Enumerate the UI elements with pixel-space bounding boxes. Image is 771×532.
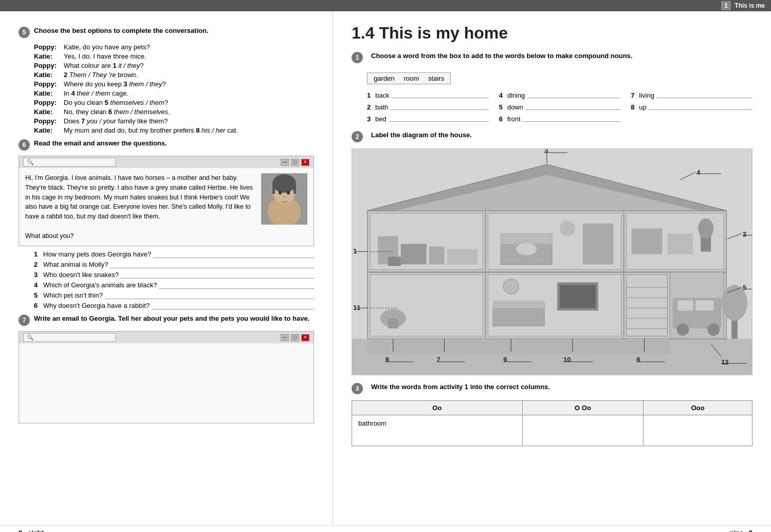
activity-3-instruction: Write the words from activity 1 into the… [371,383,550,391]
activity-1-instruction: Choose a word from the box to add to the… [371,52,632,60]
right-page-number: 9 [749,529,752,532]
q-num-1: 1 [34,250,43,258]
svg-text:8: 8 [386,356,389,363]
svg-text:1: 1 [353,247,357,255]
email-toolbar: 🔍 — □ ✕ [19,156,314,168]
conv-row-3: Poppy: What colour are 1 it / they? [34,62,314,69]
q-num-4: 4 [34,281,43,289]
word-stairs: stairs [428,75,444,82]
q-item-1: 1 How many pets does Georgia have? [34,250,314,258]
write-email-close[interactable]: ✕ [301,334,309,341]
write-email-maximize[interactable]: □ [291,334,299,341]
cell-ooo [644,415,752,446]
svg-rect-21 [429,247,445,265]
cell-oo: bathroom [352,415,523,446]
activity-5-instruction: Choose the best options to complete the … [34,27,209,34]
ci-word-1: back [375,91,389,99]
q-num-3: 3 [34,271,43,279]
email-photo-svg [261,173,307,225]
right-page: 1.4 This is my home 1 Choose a word from… [333,11,771,525]
left-page: 5 Choose the best options to complete th… [0,11,333,525]
email-search: 🔍 [23,158,116,167]
svg-rect-20 [401,244,427,265]
svg-point-7 [279,191,282,195]
right-page-footer: nine 9 [352,529,752,532]
email-body: Hi, I'm Georgia. I love animals. I have … [19,168,314,246]
conv-row-8: Katie: No, they clean 6 them / themselve… [34,108,314,116]
conv-speaker-9: Poppy: [34,117,64,125]
q-line-6 [152,307,314,309]
compound-grid: 1 back 4 dining 7 living 2 bath 5 do [367,91,752,125]
email-controls: — □ ✕ [281,159,309,166]
svg-rect-26 [501,234,552,244]
compound-7: 7 living [631,91,752,99]
q-num-5: 5 [34,291,43,299]
conv-speaker-10: Katie: [34,126,64,134]
conv-row-5: Poppy: Where do you keep 3 them / they? [34,80,314,88]
svg-text:3: 3 [544,149,548,154]
left-page-word: eight [28,529,44,532]
q-line-1 [153,255,314,258]
conv-row-2: Katie: Yes, I do. I have three mice. [34,52,314,60]
compound-6: 6 front [499,115,621,123]
top-banner: 1 This is me [0,0,771,11]
write-email-controls: — □ ✕ [281,334,309,341]
ci-word-3: bed [375,115,387,123]
q-item-3: 3 Who doesn't like snakes? [34,271,314,279]
write-email-search: 🔍 [23,333,116,342]
write-email-minimize[interactable]: — [281,334,289,341]
q-line-3 [121,276,314,279]
ci-num-8: 8 [631,103,639,111]
conv-row-7: Poppy: Do you clean 5 themselves / them? [34,99,314,106]
left-page-number: 8 [19,529,22,532]
conv-row-10: Katie: My mum and dad do, but my brother… [34,126,314,134]
email-text: Hi, I'm Georgia. I love animals. I have … [25,173,256,241]
conv-text-9: Does 7 you / your family like them? [64,117,168,125]
email-content: Hi, I'm Georgia. I love animals. I have … [25,174,253,220]
activity-7-number: 7 [19,315,30,326]
compound-8: 8 up [631,103,752,111]
ci-num-1: 1 [367,91,375,99]
conv-text-1: Katie, do you have any pets? [64,43,150,51]
q-text-4: Which of Georgia's animals are black? [43,281,157,289]
email-minimize[interactable]: — [281,159,289,166]
conv-speaker-3: Poppy: [34,62,64,69]
email-close[interactable]: ✕ [301,159,309,166]
right-page-word: nine [729,529,743,532]
email-photo [261,173,307,225]
svg-point-28 [560,221,575,236]
activity-6-number: 6 [19,139,30,151]
svg-point-32 [698,218,713,239]
email-signoff: What about you? [25,232,74,240]
page-title: 1.4 This is my home [352,24,752,43]
svg-rect-23 [388,256,401,266]
word-room: room [403,75,419,82]
conv-text-4: 2 Them / They 're brown. [64,71,138,79]
questions-list: 1 How many pets does Georgia have? 2 Wha… [34,250,314,309]
ci-word-6: front [507,115,521,123]
q-num-6: 6 [34,302,43,309]
email-maximize[interactable]: □ [291,159,299,166]
svg-rect-6 [293,184,296,194]
compound-5: 5 down [499,103,621,111]
conv-speaker-4: Katie: [34,71,64,79]
ci-line-4 [527,98,620,98]
activity-7-instruction: Write an email to Georgia. Tell her abou… [34,315,309,322]
write-email-toolbar: 🔍 — □ ✕ [19,332,314,343]
activity-2-instruction: Label the diagram of the house. [371,131,472,139]
syllable-table: Oo O Oo Ooo bathroom [352,400,752,446]
q-line-4 [159,286,314,289]
activity-7-header: 7 Write an email to Georgia. Tell her ab… [19,315,314,326]
pages-container: 5 Choose the best options to complete th… [0,11,771,525]
conv-text-6: In 4 their / them cage. [64,89,128,97]
svg-rect-43 [388,318,398,328]
svg-text:2: 2 [743,230,746,238]
conv-speaker-6: Katie: [34,89,64,97]
conv-speaker-5: Poppy: [34,80,64,88]
q-item-6: 6 Why doesn't Georgia have a rabbit? [34,302,314,309]
svg-rect-34 [667,234,693,254]
svg-text:4: 4 [696,169,701,176]
activity-6-instruction: Read the email and answer the questions. [34,139,167,147]
q-line-5 [105,297,314,299]
svg-rect-40 [695,300,713,310]
